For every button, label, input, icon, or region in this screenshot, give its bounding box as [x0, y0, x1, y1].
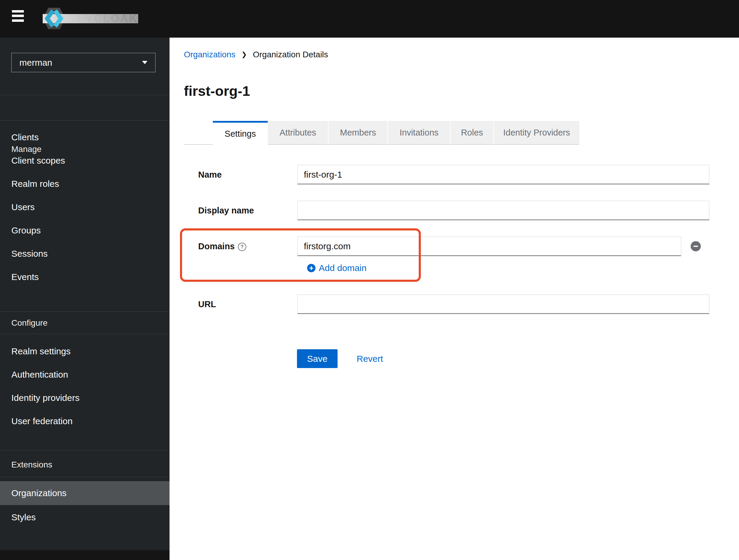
sidebar-item-organizations[interactable]: Organizations [0, 481, 169, 505]
breadcrumb: Organizations ❯ Organization Details [184, 49, 328, 60]
nav-section-extensions: Extensions [0, 459, 169, 470]
name-input[interactable] [297, 165, 710, 184]
domains-input[interactable] [297, 237, 682, 256]
display-name-label: Display name [198, 205, 254, 216]
save-button[interactable]: Save [297, 349, 337, 368]
url-input[interactable] [297, 294, 710, 314]
breadcrumb-current: Organization Details [253, 50, 328, 59]
sidebar-item-groups[interactable]: Groups [0, 219, 169, 242]
add-domain-label: Add domain [319, 263, 366, 273]
tab-members[interactable]: Members [328, 121, 388, 145]
sidebar-item-identity-providers[interactable]: Identity providers [0, 386, 169, 410]
sidebar-item-authentication[interactable]: Authentication [0, 363, 169, 386]
name-label: Name [198, 169, 222, 180]
tab-strip-baseline [184, 144, 213, 145]
keycloak-logo-icon: KEYCLOAK [39, 4, 140, 33]
display-name-input[interactable] [297, 200, 710, 220]
caret-down-icon [142, 61, 147, 64]
sidebar-nav: merman Manage Clients Client scopes Real… [0, 38, 169, 550]
revert-button[interactable]: Revert [357, 354, 383, 364]
sidebar-item-styles[interactable]: Styles [0, 506, 169, 529]
sidebar-section-divider [0, 450, 169, 450]
sidebar-section-divider [0, 120, 169, 121]
remove-domain-button[interactable] [691, 241, 701, 251]
tab-invitations[interactable]: Invitations [388, 121, 450, 145]
main-content: Organizations ❯ Organization Details fir… [169, 38, 739, 560]
url-label: URL [198, 299, 216, 309]
sidebar-item-realm-settings[interactable]: Realm settings [0, 340, 169, 363]
breadcrumb-link-organizations[interactable]: Organizations [184, 50, 236, 59]
keycloak-admin-console: KEYCLOAK merman Manage Clients Client sc… [0, 0, 739, 560]
minus-circle-icon [693, 246, 698, 247]
sidebar-item-sessions[interactable]: Sessions [0, 242, 169, 265]
masthead: KEYCLOAK [0, 0, 739, 38]
realm-selector[interactable]: merman [11, 53, 155, 72]
realm-selector-value: merman [19, 57, 52, 68]
tab-attributes[interactable]: Attributes [268, 121, 328, 145]
add-domain-button[interactable]: + Add domain [307, 263, 366, 273]
tab-roles[interactable]: Roles [450, 121, 493, 145]
tab-identity-providers[interactable]: Identity Providers [493, 121, 579, 145]
tab-settings[interactable]: Settings [213, 121, 268, 145]
sidebar-item-clients[interactable]: Clients [0, 126, 169, 149]
page-title: first-org-1 [184, 83, 250, 99]
sidebar-section-divider [0, 477, 169, 477]
sidebar-item-events[interactable]: Events [0, 265, 169, 289]
domains-label: Domains [198, 241, 235, 251]
sidebar-section-divider [0, 311, 169, 312]
nav-section-configure: Configure [0, 318, 169, 328]
sidebar-toggle-button[interactable] [11, 8, 26, 24]
sidebar-section-divider [0, 334, 169, 334]
sidebar-item-realm-roles[interactable]: Realm roles [0, 172, 169, 195]
keycloak-logo-text: KEYCLOAK [68, 12, 138, 24]
plus-circle-icon: + [307, 264, 315, 272]
sidebar-item-client-scopes[interactable]: Client scopes [0, 149, 169, 172]
breadcrumb-chevron-icon: ❯ [242, 51, 247, 58]
sidebar-item-users[interactable]: Users [0, 195, 169, 219]
sidebar-footer-strip [0, 550, 169, 560]
sidebar-section-divider [0, 95, 169, 95]
domains-help-icon[interactable]: ? [238, 243, 246, 251]
sidebar-item-user-federation[interactable]: User federation [0, 410, 169, 433]
